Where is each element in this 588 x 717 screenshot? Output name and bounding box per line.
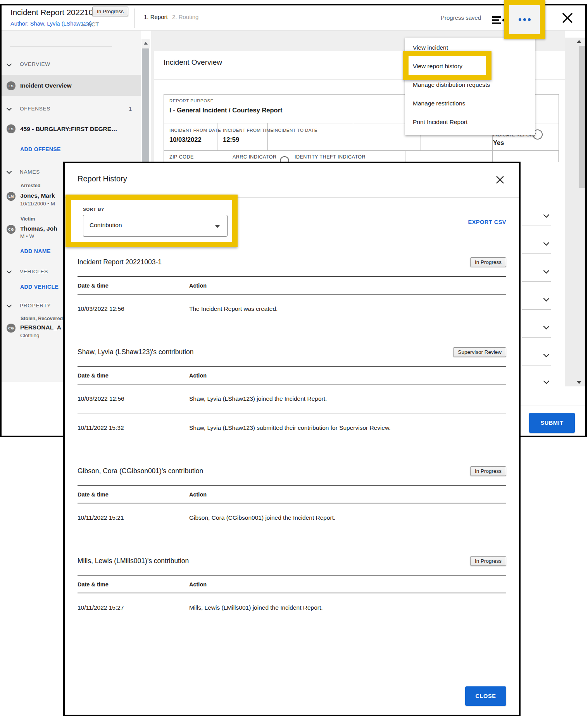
more-options-button[interactable] — [509, 5, 540, 34]
field-label: INCIDENT FROM DATE — [169, 128, 221, 133]
history-action: Shaw, Lyvia (LShaw123) joined the Incide… — [189, 395, 327, 402]
progress-saved-status: Progress saved — [441, 14, 481, 21]
scroll-down-icon[interactable] — [577, 381, 581, 384]
history-action: The Incident Report was created. — [189, 305, 278, 312]
history-row: 10/11/2022 15:21Gibson, Cora (CGibson001… — [78, 503, 506, 532]
name-role-label: Arrested — [21, 183, 40, 188]
column-header-action: Action — [189, 581, 207, 588]
section-heading: Mills, Lewis (LMills001)'s contribution — [78, 557, 189, 565]
history-row: 10/03/2022 12:56The Incident Report was … — [78, 295, 506, 323]
name-meta: M • W — [20, 233, 34, 239]
status-badge: In Progress — [470, 556, 506, 566]
status-badge: In Progress — [470, 257, 506, 267]
add-name-button[interactable]: ADD NAME — [20, 248, 51, 254]
name-role-label: Victim — [21, 216, 35, 222]
column-header-action: Action — [189, 283, 207, 289]
accordion-divider — [522, 309, 551, 310]
section-heading: Incident Report 20221003-1 — [78, 258, 162, 266]
status-badge: Supervisor Review — [453, 347, 506, 357]
status-badge: In Progress — [470, 466, 506, 476]
history-section: Mills, Lewis (LMills001)'s contribution … — [78, 555, 506, 622]
offenses-count: 1 — [129, 105, 132, 112]
close-button[interactable]: CLOSE — [465, 686, 506, 706]
field-value: I - General Incident / Courtesy Report — [169, 107, 283, 114]
history-section: Incident Report 20221003-1 In Progress D… — [78, 256, 506, 323]
sidebar-item-label[interactable]: Incident Overview — [20, 82, 72, 89]
chevron-down-icon[interactable] — [543, 270, 550, 274]
avatar: CG — [7, 225, 16, 234]
chevron-down-icon[interactable] — [543, 298, 550, 302]
history-date: 10/03/2022 12:56 — [78, 305, 189, 312]
accordion-divider — [522, 337, 551, 338]
history-row: 10/03/2022 12:56Shaw, Lyvia (LShaw123) j… — [78, 384, 506, 413]
sidebar-item-name[interactable]: Thomas, Joh — [20, 225, 57, 232]
add-offense-button[interactable]: ADD OFFENSE — [20, 146, 61, 152]
sidebar-item-property[interactable]: PERSONAL_A — [20, 324, 61, 331]
chevron-down-icon[interactable] — [6, 304, 12, 308]
app-border-top — [0, 4, 587, 5]
highlight-annotation — [504, 0, 545, 39]
field-label: INCIDENT FROM TIME — [223, 128, 274, 133]
highlight-annotation — [403, 51, 491, 80]
chevron-down-icon[interactable] — [6, 270, 12, 274]
menu-item[interactable]: Print Incident Report — [405, 113, 535, 131]
column-header-date: Date & time — [78, 372, 189, 379]
chevron-down-icon[interactable] — [543, 214, 550, 218]
avatar: LS — [7, 124, 16, 133]
chevron-down-icon[interactable] — [6, 171, 12, 174]
chevron-down-icon[interactable] — [6, 107, 12, 111]
sidebar-section-offenses[interactable]: OFFENSES — [20, 106, 50, 112]
chevron-down-icon[interactable] — [543, 326, 550, 329]
accordion-divider — [522, 253, 551, 254]
main-scrollbar[interactable] — [565, 38, 586, 386]
chevron-down-icon[interactable] — [6, 63, 12, 67]
collapse-menu-icon[interactable] — [492, 16, 505, 25]
accordion-divider — [522, 226, 551, 226]
sidebar-section-overview[interactable]: OVERVIEW — [20, 61, 50, 67]
section-heading: Shaw, Lyvia (LShaw123)'s contribution — [78, 348, 193, 356]
history-section: Shaw, Lyvia (LShaw123)'s contribution Su… — [78, 346, 506, 442]
close-icon[interactable] — [560, 10, 575, 25]
scroll-up-icon[interactable] — [577, 40, 581, 43]
column-header-action: Action — [189, 491, 207, 498]
report-status-badge: In Progress — [92, 7, 128, 16]
sidebar-section-property[interactable]: PROPERTY — [20, 303, 51, 309]
field-value: 10/03/2022 — [169, 136, 202, 143]
history-action: Gibson, Cora (CGibson001) joined the Inc… — [189, 514, 335, 521]
chevron-down-icon[interactable] — [543, 353, 550, 357]
field-label: ARRC INDICATOR — [233, 154, 277, 160]
property-status-label: Stolen, Recovered — [21, 316, 63, 321]
field-label: IDENTITY THEFT INDICATOR — [295, 154, 366, 160]
scroll-up-icon[interactable] — [144, 42, 148, 45]
section-heading: Gibson, Cora (CGibson001)'s contribution — [78, 467, 203, 475]
chevron-down-icon[interactable] — [543, 242, 550, 246]
column-header-date: Date & time — [78, 283, 189, 289]
sidebar-section-vehicles[interactable]: VEHICLES — [20, 269, 48, 274]
submit-button[interactable]: SUBMIT — [529, 413, 575, 433]
separator-dot — [82, 24, 84, 26]
chevron-down-icon[interactable] — [543, 380, 550, 384]
author-link[interactable]: Author: Shaw, Lyvia (LShaw123) — [10, 21, 92, 27]
avatar: LS — [7, 81, 16, 90]
modal-title: Report History — [78, 174, 127, 183]
tab-report[interactable]: 1. Report — [144, 14, 168, 20]
column-header-date: Date & time — [78, 581, 189, 588]
add-vehicle-button[interactable]: ADD VEHICLE — [20, 284, 59, 290]
menu-item[interactable]: Manage restrictions — [405, 94, 535, 113]
tab-routing[interactable]: 2. Routing — [172, 14, 198, 20]
sidebar-item-name[interactable]: Jones, Mark — [20, 192, 55, 199]
export-csv-link[interactable]: EXPORT CSV — [468, 219, 506, 225]
close-icon[interactable] — [495, 175, 505, 185]
field-label: INCIDENT TO DATE — [273, 128, 317, 133]
history-date: 10/11/2022 15:21 — [78, 514, 189, 521]
sidebar-item-offense[interactable]: 459 - BURGLARY:FIRST DEGRE… — [20, 126, 117, 133]
screen: Incident Report 20221003-1 In Progress A… — [0, 0, 588, 717]
history-action: Mills, Lewis (LMills001) joined the Inci… — [189, 604, 323, 611]
history-action: Shaw, Lyvia (LShaw123) submitted their c… — [189, 424, 391, 431]
agency-label: ACT — [88, 21, 99, 28]
sidebar-section-names[interactable]: NAMES — [20, 169, 40, 175]
app-border-right — [585, 4, 587, 437]
accordion-divider — [522, 365, 551, 365]
history-date: 10/11/2022 15:27 — [78, 604, 189, 611]
header-divider — [134, 9, 135, 28]
